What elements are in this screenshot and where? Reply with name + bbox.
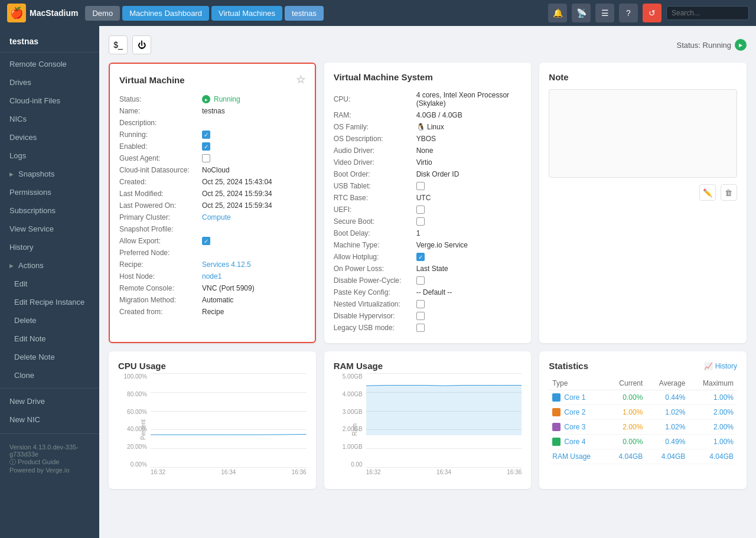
sidebar-item-subscriptions[interactable]: Subscriptions — [0, 201, 99, 220]
sys-video-value: Virtio — [416, 158, 522, 167]
stats-row-core2: Core 2 1.00% 1.02% 2.00% — [549, 405, 737, 420]
col-current: Current — [607, 377, 646, 390]
core4-current: 0.00% — [607, 435, 646, 449]
vm-info-table: Status: Running Name: testnas Descriptio… — [119, 93, 305, 318]
stats-table-header-row: Type Current Average Maximum — [549, 377, 737, 390]
core2-maximum: 2.00% — [689, 405, 737, 420]
product-guide-link[interactable]: Product Guide — [18, 458, 59, 465]
ram-y-axis: 5.00GB 4.00GB 3.00GB 2.00GB 1.00GB 0.00 — [334, 373, 366, 480]
sidebar-item-nics[interactable]: NICs — [0, 110, 99, 128]
ram-type: RAM Usage — [549, 449, 607, 464]
vm-enabled-checkbox: ✓ — [202, 142, 210, 151]
primary-cluster-link[interactable]: Compute — [202, 213, 231, 221]
vm-field-last-powered-on: Last Powered On: Oct 25, 2024 15:59:34 — [119, 200, 305, 211]
sidebar-item-edit-recipe-instance[interactable]: Edit Recipe Instance — [0, 293, 99, 311]
vm-field-host-node: Host Node: node1 — [119, 270, 305, 282]
history-link[interactable]: 📈 History — [704, 362, 737, 370]
core1-name: Core 1 — [564, 393, 585, 402]
sys-field-power-loss: On Power Loss: Last State — [334, 263, 522, 275]
sidebar-title: testnas — [0, 31, 99, 53]
core3-name: Core 3 — [564, 423, 585, 431]
sys-field-rtc: RTC Base: UTC — [334, 192, 522, 204]
sys-boot-order-value: Disk Order ID — [416, 170, 522, 178]
vm-cloudinit-value: NoCloud — [202, 166, 305, 174]
sys-ram-value: 4.0GB / 4.0GB — [416, 111, 522, 119]
star-icon[interactable]: ☆ — [296, 73, 305, 86]
sidebar-item-new-drive[interactable]: New Drive — [0, 392, 99, 410]
sidebar-item-new-nic[interactable]: New NIC — [0, 410, 99, 429]
sys-field-disable-power-cycle: Disable Power-Cycle: — [334, 275, 522, 286]
bell-icon-button[interactable]: 🔔 — [548, 4, 567, 22]
sys-field-ram: RAM: 4.0GB / 4.0GB — [334, 109, 522, 121]
sys-power-loss-value: Last State — [416, 265, 522, 273]
sys-disable-hypervisor-checkbox — [416, 312, 425, 320]
cpu-usage-card: CPU Usage 100.00% 80.00% 60.00% 40.00% 2… — [109, 351, 316, 489]
delete-note-button[interactable]: 🗑 — [721, 184, 737, 201]
core1-current: 0.00% — [607, 390, 646, 405]
core4-color — [552, 438, 561, 446]
sidebar-item-remote-console[interactable]: Remote Console — [0, 55, 99, 73]
note-textarea[interactable] — [549, 89, 737, 178]
terminal-button[interactable]: $_ — [109, 35, 128, 54]
nav-machines-dashboard-button[interactable]: Machines Dashboard — [122, 6, 209, 21]
sidebar-item-snapshots[interactable]: Snapshots — [0, 165, 99, 183]
vm-field-status: Status: Running — [119, 93, 305, 105]
sidebar-item-actions[interactable]: Actions — [0, 256, 99, 275]
sys-field-boot-order: Boot Order: Disk Order ID — [334, 168, 522, 180]
nav-demo-button[interactable]: Demo — [85, 6, 120, 21]
sys-audio-value: None — [416, 146, 522, 155]
nav-testnas-button[interactable]: testnas — [285, 6, 324, 21]
sidebar-item-cloud-init-files[interactable]: Cloud-init Files — [0, 92, 99, 110]
ram-maximum: 4.04GB — [689, 449, 737, 464]
power-button[interactable]: ⏻ — [132, 35, 151, 54]
sys-disable-power-cycle-checkbox — [416, 276, 425, 285]
vm-name-value: testnas — [202, 107, 305, 115]
sidebar-item-permissions[interactable]: Permissions — [0, 183, 99, 201]
core2-current: 1.00% — [607, 405, 646, 420]
nav-virtual-machines-button[interactable]: Virtual Machines — [211, 6, 282, 21]
logo-icon: 🍎 — [7, 4, 26, 22]
sidebar-item-clone[interactable]: Clone — [0, 366, 99, 384]
rss-icon-button[interactable]: 📡 — [572, 4, 591, 22]
help-icon-button[interactable]: ? — [619, 4, 638, 22]
sidebar-item-devices[interactable]: Devices — [0, 128, 99, 146]
sidebar-item-drives[interactable]: Drives — [0, 73, 99, 92]
sidebar-item-edit[interactable]: Edit — [0, 275, 99, 293]
sidebar-item-history[interactable]: History — [0, 238, 99, 256]
sidebar-item-delete-note[interactable]: Delete Note — [0, 348, 99, 366]
vm-system-card-title: Virtual Machine System — [334, 72, 522, 82]
sys-field-usb-tablet: USB Tablet: — [334, 180, 522, 192]
core4-average: 0.49% — [646, 435, 689, 449]
recipe-link[interactable]: Services 4.12.5 — [202, 260, 251, 269]
sidebar-item-view-service[interactable]: View Service — [0, 220, 99, 238]
col-type: Type — [549, 377, 607, 390]
refresh-icon-button[interactable]: ↺ — [643, 4, 662, 22]
sidebar-item-delete[interactable]: Delete — [0, 311, 99, 330]
vm-system-info-table: CPU: 4 cores, Intel Xeon Processor (Skyl… — [334, 89, 522, 334]
sidebar-item-edit-note[interactable]: Edit Note — [0, 330, 99, 348]
sidebar-item-logs[interactable]: Logs — [0, 146, 99, 165]
core3-current: 2.00% — [607, 420, 646, 435]
vm-field-created: Created: Oct 25, 2024 15:43:04 — [119, 176, 305, 188]
vm-running-checkbox: ✓ — [202, 131, 210, 139]
vm-card-title: Virtual Machine ☆ — [119, 73, 305, 86]
host-node-link[interactable]: node1 — [202, 272, 221, 281]
list-icon-button[interactable]: ☰ — [595, 4, 614, 22]
col-maximum: Maximum — [689, 377, 737, 390]
sys-rtc-value: UTC — [416, 194, 522, 202]
col-average: Average — [646, 377, 689, 390]
cpu-chart-title: CPU Usage — [118, 361, 307, 371]
sys-paste-key-value: -- Default -- — [416, 288, 522, 296]
app-logo[interactable]: 🍎 MacStadium — [7, 4, 78, 22]
ram-average: 4.04GB — [646, 449, 689, 464]
power-icon: ⏻ — [138, 40, 146, 50]
status-badge: Status: Running — [676, 39, 747, 51]
vm-field-preferred-node: Preferred Node: — [119, 247, 305, 259]
top-search-input[interactable] — [666, 6, 749, 20]
sys-field-os-desc: OS Description: YBOS — [334, 133, 522, 145]
edit-note-button[interactable]: ✏️ — [699, 184, 716, 201]
core1-maximum: 1.00% — [689, 390, 737, 405]
sys-machine-type-value: Verge.io Service — [416, 241, 522, 249]
powered-by-text: Powered by Verge.io — [9, 467, 90, 474]
sys-boot-delay-value: 1 — [416, 229, 522, 237]
